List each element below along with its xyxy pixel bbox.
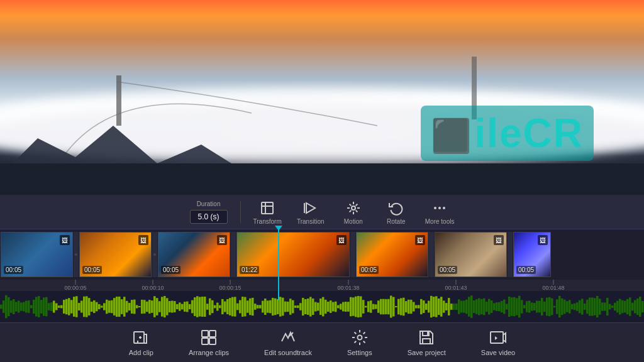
svg-rect-57 bbox=[75, 296, 78, 317]
svg-rect-122 bbox=[239, 300, 242, 314]
svg-rect-199 bbox=[433, 297, 435, 317]
svg-rect-157 bbox=[327, 302, 330, 312]
svg-rect-179 bbox=[382, 299, 385, 315]
svg-rect-250 bbox=[561, 299, 564, 315]
svg-rect-65 bbox=[96, 302, 98, 312]
duration-value[interactable]: 5.0 (s) bbox=[190, 210, 228, 224]
svg-rect-220 bbox=[486, 302, 488, 312]
save-video-button[interactable]: Save video bbox=[476, 326, 520, 359]
clip-6-duration: 00:05 bbox=[438, 266, 457, 274]
save-project-button[interactable]: Save project bbox=[402, 326, 451, 359]
svg-rect-171 bbox=[362, 300, 365, 314]
svg-rect-239 bbox=[533, 303, 536, 310]
svg-rect-184 bbox=[395, 306, 397, 307]
svg-rect-82 bbox=[138, 306, 141, 307]
svg-text:00:01:43: 00:01:43 bbox=[445, 285, 467, 291]
svg-rect-5 bbox=[116, 75, 121, 126]
svg-rect-97 bbox=[176, 304, 179, 309]
settings-label: Settings bbox=[347, 349, 372, 356]
svg-rect-59 bbox=[80, 300, 83, 312]
svg-rect-174 bbox=[370, 300, 372, 313]
waveform bbox=[0, 294, 644, 319]
add-clip-button[interactable]: Add clip bbox=[124, 326, 158, 359]
svg-rect-251 bbox=[564, 300, 566, 314]
svg-rect-95 bbox=[171, 300, 174, 312]
svg-rect-107 bbox=[201, 297, 204, 317]
svg-rect-119 bbox=[231, 297, 234, 317]
svg-rect-206 bbox=[450, 304, 453, 310]
svg-rect-100 bbox=[184, 302, 186, 312]
svg-rect-254 bbox=[571, 304, 574, 310]
svg-rect-50 bbox=[58, 305, 60, 308]
transform-tool[interactable]: Transform bbox=[248, 197, 287, 228]
svg-rect-274 bbox=[621, 300, 624, 314]
more-tools[interactable]: More tools bbox=[420, 197, 460, 228]
preview-frame: ⬛ileCR bbox=[0, 0, 644, 195]
svg-rect-270 bbox=[611, 305, 614, 308]
edit-soundtrack-label: Edit soundtrack bbox=[264, 349, 312, 356]
svg-rect-248 bbox=[556, 299, 558, 314]
clip-5[interactable]: 🖼 00:05 bbox=[356, 232, 428, 277]
svg-rect-124 bbox=[244, 297, 247, 317]
svg-rect-253 bbox=[569, 300, 571, 313]
clip-2[interactable]: 🖼 00:05 bbox=[79, 232, 152, 277]
svg-rect-249 bbox=[558, 296, 561, 317]
clip-4-icon: 🖼 bbox=[336, 235, 347, 245]
add-clip-label: Add clip bbox=[129, 349, 153, 356]
svg-rect-39 bbox=[30, 305, 33, 309]
svg-rect-190 bbox=[410, 300, 413, 314]
svg-rect-7 bbox=[0, 163, 644, 195]
svg-rect-152 bbox=[314, 302, 317, 311]
clip-2-icon: 🖼 bbox=[138, 235, 148, 245]
rotate-tool[interactable]: Rotate bbox=[377, 197, 415, 228]
svg-rect-196 bbox=[425, 304, 428, 310]
svg-rect-131 bbox=[262, 301, 264, 313]
svg-rect-147 bbox=[302, 298, 304, 315]
svg-rect-189 bbox=[408, 300, 410, 314]
svg-rect-194 bbox=[420, 299, 423, 314]
svg-rect-181 bbox=[387, 299, 390, 315]
svg-rect-231 bbox=[513, 297, 516, 316]
svg-rect-215 bbox=[473, 300, 475, 313]
edit-soundtrack-button[interactable]: Edit soundtrack bbox=[259, 326, 317, 359]
svg-rect-78 bbox=[128, 303, 131, 310]
transition-2 bbox=[152, 232, 157, 277]
svg-rect-183 bbox=[392, 297, 395, 317]
svg-rect-89 bbox=[156, 298, 158, 315]
svg-point-12 bbox=[434, 207, 436, 209]
svg-rect-269 bbox=[609, 304, 611, 309]
save-video-icon bbox=[489, 329, 507, 346]
svg-rect-148 bbox=[304, 299, 307, 314]
svg-rect-132 bbox=[264, 299, 267, 315]
clip-3[interactable]: 🖼 00:05 bbox=[158, 232, 230, 277]
clip-7[interactable]: 🖼 00:05 bbox=[513, 232, 551, 277]
motion-tool[interactable]: Motion bbox=[335, 197, 372, 228]
svg-rect-180 bbox=[385, 299, 387, 314]
svg-rect-286 bbox=[202, 338, 208, 344]
svg-rect-192 bbox=[415, 305, 418, 308]
svg-rect-76 bbox=[123, 297, 126, 317]
svg-rect-244 bbox=[546, 298, 548, 316]
svg-rect-257 bbox=[579, 300, 581, 314]
clip-4[interactable]: 🖼 01:22 bbox=[236, 232, 350, 277]
clip-3-duration: 00:05 bbox=[161, 266, 180, 274]
svg-rect-186 bbox=[400, 298, 402, 315]
svg-rect-94 bbox=[169, 301, 171, 312]
playhead[interactable] bbox=[278, 229, 279, 300]
arrange-clips-button[interactable]: Arrange clips bbox=[184, 326, 234, 359]
clip-1[interactable]: 🖼 00:05 bbox=[1, 232, 73, 277]
clip-5-duration: 00:05 bbox=[359, 266, 379, 274]
clip-6[interactable]: 🖼 00:05 bbox=[435, 232, 507, 277]
svg-text:00:00:15: 00:00:15 bbox=[219, 285, 241, 291]
svg-rect-29 bbox=[5, 295, 8, 319]
svg-rect-117 bbox=[226, 299, 229, 314]
svg-rect-41 bbox=[35, 297, 38, 316]
settings-button[interactable]: Settings bbox=[342, 326, 377, 359]
svg-rect-66 bbox=[98, 304, 101, 309]
svg-rect-182 bbox=[390, 295, 392, 317]
toolbar-separator-1 bbox=[240, 201, 241, 223]
svg-rect-43 bbox=[40, 300, 43, 314]
svg-rect-135 bbox=[272, 298, 274, 315]
svg-rect-202 bbox=[440, 297, 443, 317]
transition-tool[interactable]: Transition bbox=[292, 197, 330, 228]
